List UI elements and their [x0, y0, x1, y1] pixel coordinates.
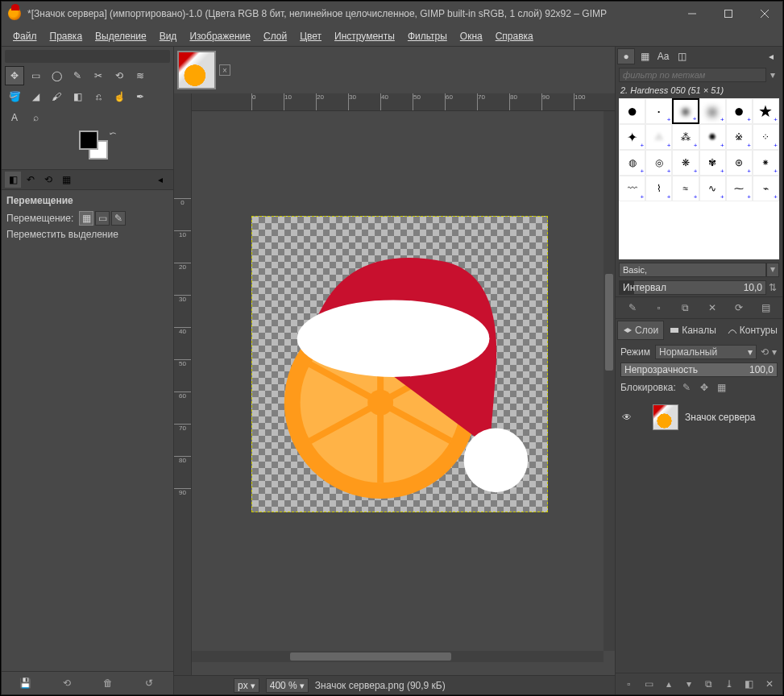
delete-preset-icon[interactable]: 🗑	[100, 675, 116, 691]
move-tool[interactable]: ✥	[5, 66, 24, 85]
refresh-brushes-icon[interactable]: ⟳	[732, 300, 746, 315]
merge-down-icon[interactable]: ⤓	[722, 677, 736, 691]
lower-layer-icon[interactable]: ▾	[682, 677, 696, 691]
brush-item[interactable]: ◍+	[619, 150, 645, 176]
duplicate-brush-icon[interactable]: ⧉	[678, 300, 693, 315]
ruler-vertical[interactable]: 0 10 20 30 40 50 60 70 80 90	[174, 93, 192, 675]
zoom-dropdown[interactable]: 400 % ▾	[266, 678, 309, 693]
fonts-tab[interactable]: Aa	[654, 48, 672, 64]
delete-layer-icon[interactable]: ✕	[762, 677, 777, 691]
menu-filters[interactable]: Фильтры	[401, 27, 454, 45]
brush-item[interactable]: ⁂+	[672, 124, 699, 150]
brushes-tab[interactable]: ●	[617, 48, 635, 64]
brush-item[interactable]: ∿+	[699, 176, 726, 201]
opacity-slider[interactable]: Непрозрачность 100,0	[620, 362, 778, 377]
brush-item[interactable]: ⊛+	[726, 150, 753, 176]
brush-item[interactable]: ⁘+	[753, 124, 779, 150]
mask-layer-icon[interactable]: ◧	[742, 677, 757, 691]
blend-mode-reset-icon[interactable]: ⟲ ▾	[760, 346, 778, 358]
crop-tool[interactable]: ✂	[89, 66, 108, 85]
channels-tab[interactable]: Каналы	[664, 321, 722, 340]
brush-item[interactable]: 〰+	[619, 176, 645, 201]
menu-windows[interactable]: Окна	[454, 27, 489, 45]
reset-preset-icon[interactable]: ↺	[141, 675, 157, 691]
text-tool[interactable]: A	[5, 108, 24, 127]
tool-options-tab[interactable]: ◧	[5, 172, 21, 188]
brush-item[interactable]: ⁕+	[753, 150, 779, 176]
brush-dock-menu-icon[interactable]: ◂	[762, 48, 780, 64]
scrollbar-horizontal[interactable]	[192, 651, 604, 662]
warp-tool[interactable]: ≋	[131, 66, 150, 85]
swap-colors-icon[interactable]: ⤺	[110, 129, 116, 138]
open-as-image-icon[interactable]: ▤	[758, 300, 773, 315]
move-path-button[interactable]: ✎	[111, 211, 126, 226]
brush-item[interactable]: ⌇+	[645, 176, 672, 201]
canvas-viewport[interactable]	[192, 111, 615, 651]
eraser-tool[interactable]: ◧	[68, 87, 87, 106]
free-select-tool[interactable]: ◯	[47, 66, 66, 85]
menu-select[interactable]: Выделение	[89, 27, 153, 45]
history-tab[interactable]: ◫	[673, 48, 691, 64]
device-status-tab[interactable]: ↶	[23, 172, 39, 188]
new-layer-icon[interactable]: ▫	[621, 677, 636, 691]
layer-visibility-icon[interactable]: 👁	[622, 412, 637, 423]
brush-item[interactable]: ❋+	[672, 150, 699, 176]
menu-image[interactable]: Изображение	[183, 27, 257, 45]
maximize-button[interactable]	[710, 2, 746, 26]
brush-item[interactable]: ✾+	[699, 150, 726, 176]
raise-layer-icon[interactable]: ▴	[662, 677, 676, 691]
smudge-tool[interactable]: ☝	[110, 87, 129, 106]
unit-dropdown[interactable]: px ▾	[234, 678, 259, 693]
blend-mode-dropdown[interactable]: Нормальный▾	[655, 345, 757, 359]
rect-select-tool[interactable]: ▭	[26, 66, 45, 85]
lock-alpha-icon[interactable]: ▦	[715, 380, 729, 395]
paths-tab[interactable]: Контуры	[722, 321, 783, 340]
brush-item[interactable]: ●+	[699, 98, 726, 124]
clone-tool[interactable]: ⎌	[89, 87, 108, 106]
save-preset-icon[interactable]: 💾	[18, 675, 34, 691]
paintbrush-tool[interactable]: 🖌	[47, 87, 66, 106]
brush-filter-input[interactable]	[619, 68, 766, 82]
edit-brush-icon[interactable]: ✎	[625, 300, 640, 315]
layer-item[interactable]: 👁 Значок сервера	[619, 401, 779, 433]
gradient-tool[interactable]: ◢	[26, 87, 45, 106]
undo-history-tab[interactable]: ⟲	[40, 172, 56, 188]
brush-item[interactable]: ∴+	[645, 124, 672, 150]
fuzzy-select-tool[interactable]: ✎	[68, 66, 87, 85]
color-picker-tool[interactable]: ⌕	[26, 108, 45, 127]
menu-file[interactable]: Файл	[6, 27, 44, 45]
brush-item[interactable]: ※+	[726, 124, 753, 150]
brush-item[interactable]: ⌁+	[753, 176, 779, 201]
brush-item[interactable]: ⁓+	[726, 176, 753, 201]
move-layer-button[interactable]: ▦	[79, 211, 93, 226]
scrollbar-vertical[interactable]	[604, 111, 615, 651]
patterns-tab[interactable]: ▦	[636, 48, 653, 64]
duplicate-layer-icon[interactable]: ⧉	[702, 677, 716, 691]
lock-position-icon[interactable]: ✥	[697, 380, 711, 395]
brush-item[interactable]: ★+	[753, 98, 779, 124]
brush-item[interactable]: ✦+	[619, 124, 645, 150]
menu-layer[interactable]: Слой	[257, 27, 293, 45]
brush-item[interactable]: ≈+	[672, 176, 699, 201]
path-tool[interactable]: ✒	[131, 87, 150, 106]
transform-tool[interactable]: ⟲	[110, 66, 129, 85]
brush-item[interactable]: ●	[619, 98, 645, 124]
canvas[interactable]	[251, 216, 548, 512]
brush-item[interactable]: •+	[645, 98, 672, 124]
ruler-horizontal[interactable]: 0 10 20 30 40 50 60 70 80 90 100	[192, 93, 615, 111]
move-selection-button[interactable]: ▭	[95, 211, 110, 226]
minimize-button[interactable]	[674, 2, 710, 26]
layer-name[interactable]: Значок сервера	[685, 412, 755, 423]
images-tab[interactable]: ▦	[58, 172, 74, 188]
foreground-color[interactable]	[79, 130, 98, 150]
brush-item[interactable]: ✺+	[699, 124, 726, 150]
brush-item[interactable]: ●+	[726, 98, 753, 124]
new-group-icon[interactable]: ▭	[641, 677, 656, 691]
menu-color[interactable]: Цвет	[293, 27, 328, 45]
delete-brush-icon[interactable]: ✕	[705, 300, 720, 315]
close-button[interactable]	[746, 2, 782, 26]
lock-pixels-icon[interactable]: ✎	[679, 380, 694, 395]
menu-help[interactable]: Справка	[489, 27, 540, 45]
image-tab-thumb[interactable]	[177, 51, 216, 89]
menu-tools[interactable]: Инструменты	[328, 27, 401, 45]
